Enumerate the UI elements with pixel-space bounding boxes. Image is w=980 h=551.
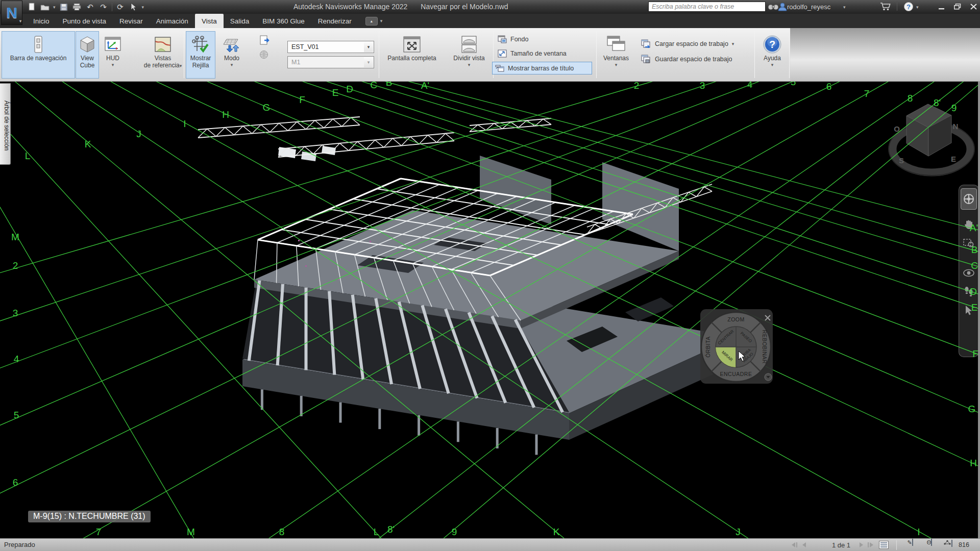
- sheet-browser-button[interactable]: [879, 541, 889, 549]
- grid-level-combo[interactable]: M1 ▾: [287, 56, 374, 68]
- select-pointer-button[interactable]: [965, 306, 973, 316]
- navigation-bar-icon: [33, 34, 43, 55]
- help-button[interactable]: ?: [903, 2, 914, 12]
- viewcube[interactable]: ONSE: [889, 104, 974, 176]
- svg-text:A': A': [421, 82, 429, 91]
- save-workspace-button[interactable]: Guardar espacio de trabajo: [639, 53, 734, 65]
- redo-button[interactable]: ↷: [99, 2, 109, 12]
- full-screen-button[interactable]: Pantalla completa: [382, 31, 442, 79]
- disk-indicator[interactable]: Θ: [921, 540, 938, 545]
- background-button[interactable]: Fondo: [495, 33, 531, 45]
- application-menu-button[interactable]: N ▾: [1, 1, 22, 25]
- hud-button[interactable]: HUD ▾: [101, 31, 125, 79]
- look-tool-button[interactable]: [963, 269, 975, 277]
- tab-renderizar[interactable]: Renderizar: [311, 14, 358, 28]
- steering-wheel-tool-button[interactable]: [961, 188, 977, 210]
- svg-text:K: K: [85, 139, 91, 149]
- previous-sheet-button[interactable]: [802, 542, 806, 547]
- selection-tree-tab[interactable]: Árbol de selección: [0, 83, 11, 165]
- 3d-viewport[interactable]: ONSE A'A'BBCCDDEEFFGGHHIIJJKKLLMM2233445…: [0, 82, 980, 538]
- svg-text:2: 2: [634, 82, 640, 91]
- wheel-zoom-label[interactable]: ZOOM: [727, 316, 745, 322]
- web-indicator[interactable]: [939, 540, 957, 546]
- pan-tool-button[interactable]: [964, 219, 974, 230]
- select-tool-button[interactable]: [129, 2, 139, 12]
- print-button[interactable]: [72, 2, 82, 12]
- svg-text:7: 7: [96, 527, 102, 537]
- status-bar: Preparado 1 de 1 ✎ Θ 816: [0, 538, 980, 551]
- toolbar-options-dropdown[interactable]: ▾: [142, 5, 144, 10]
- show-grid-toggle[interactable]: MostrarRejilla: [186, 31, 215, 79]
- next-sheet-button[interactable]: [860, 542, 863, 547]
- help-ribbon-button[interactable]: ? Ayuda ▾: [757, 31, 787, 79]
- tab-salida[interactable]: Salida: [224, 14, 256, 28]
- restore-button[interactable]: [954, 3, 961, 12]
- viewcube-compass-letters: ONSE: [894, 122, 958, 165]
- load-workspace-button[interactable]: Cargar espacio de trabajo ▾: [639, 37, 737, 50]
- viewcube-toggle[interactable]: ViewCube: [76, 31, 99, 79]
- zoom-window-icon: [963, 237, 974, 248]
- svg-text:3: 3: [13, 308, 18, 318]
- grid-extra-icon: [259, 49, 270, 60]
- viewpoint-combo[interactable]: EST_V01 ▾: [287, 41, 374, 53]
- save-button[interactable]: [59, 2, 69, 12]
- grid-mode-button[interactable]: Modo ▾: [219, 31, 244, 79]
- open-dropdown[interactable]: ▾: [53, 5, 56, 10]
- first-sheet-button[interactable]: [792, 542, 797, 547]
- tab-animacion[interactable]: Animación: [150, 14, 195, 28]
- window-size-button[interactable]: Tamaño de ventana: [495, 47, 569, 60]
- tab-revisar[interactable]: Revisar: [113, 14, 150, 28]
- windows-icon: [606, 34, 626, 55]
- close-button[interactable]: [970, 3, 977, 12]
- viewpoint-combo-dropdown[interactable]: ▾: [364, 42, 373, 52]
- steering-wheel[interactable]: ZOOM ENCUADRE ÓRBITA REBOBINAR CENTRAR P…: [698, 307, 776, 386]
- zoom-window-tool-button[interactable]: [963, 237, 974, 248]
- tab-inicio[interactable]: Inicio: [27, 14, 56, 28]
- pan-hand-icon: [964, 219, 974, 230]
- background-icon: [498, 35, 507, 43]
- open-file-button[interactable]: [40, 2, 50, 12]
- help-dropdown[interactable]: ▾: [916, 5, 919, 10]
- ribbon-collapse-button[interactable]: ▴: [365, 17, 378, 26]
- walk-tool-button[interactable]: [964, 286, 974, 297]
- wheel-rewind-label[interactable]: REBOBINAR: [762, 330, 768, 364]
- windows-dropdown: ▾: [615, 62, 618, 67]
- new-file-button[interactable]: [27, 2, 37, 12]
- sign-in-button[interactable]: [778, 2, 787, 12]
- windows-button[interactable]: Ventanas ▾: [600, 31, 632, 79]
- user-menu-dropdown[interactable]: ▾: [843, 5, 846, 10]
- wheel-pan-label[interactable]: ENCUADRE: [720, 371, 752, 377]
- bim-model: [198, 117, 738, 455]
- undo-button[interactable]: ↶: [85, 2, 95, 12]
- tab-bim-360-glue[interactable]: BIM 360 Glue: [256, 14, 311, 28]
- close-icon: [970, 4, 977, 10]
- load-workspace-dropdown[interactable]: ▾: [732, 41, 734, 46]
- pencil-indicator[interactable]: ✎: [901, 540, 919, 545]
- last-sheet-button[interactable]: [868, 542, 873, 547]
- reference-views-button[interactable]: Vistasde referencia▾: [142, 31, 184, 79]
- app-store-button[interactable]: [880, 2, 891, 12]
- title-bar: N ▾ ▾ ↶ ↷ ⟳ ▾ Au: [0, 0, 980, 14]
- export-grid-button[interactable]: [259, 35, 271, 47]
- tab-vista[interactable]: Vista: [195, 14, 224, 28]
- viewcube-label-1: View: [81, 55, 94, 62]
- search-input[interactable]: [648, 2, 766, 12]
- navigation-bar-toggle[interactable]: Barra de navegación: [2, 31, 75, 79]
- ribbon-collapse-dropdown[interactable]: ▾: [380, 18, 383, 23]
- split-view-button[interactable]: Dividir vista ▾: [447, 31, 491, 79]
- tab-punto-de-vista[interactable]: Punto de vista: [56, 14, 113, 28]
- ribbon-tab-bar: Inicio Punto de vista Revisar Animación …: [0, 14, 980, 28]
- wheel-orbit-label[interactable]: ÓRBITA: [705, 336, 711, 357]
- grid-extra-button[interactable]: [259, 49, 270, 62]
- show-title-bars-toggle[interactable]: Mostrar barras de título: [492, 62, 592, 74]
- user-name[interactable]: rodolfo_reyesc: [787, 3, 830, 11]
- refresh-button[interactable]: ⟳: [115, 2, 126, 12]
- help-icon: ?: [903, 2, 914, 12]
- svg-text:6: 6: [826, 82, 832, 92]
- search-button[interactable]: [768, 2, 779, 12]
- svg-text:L: L: [25, 151, 31, 161]
- background-label: Fondo: [510, 36, 528, 43]
- cursor-icon: [131, 3, 137, 11]
- reference-views-dropdown: ▾: [180, 63, 182, 68]
- minimize-button[interactable]: [939, 3, 945, 12]
